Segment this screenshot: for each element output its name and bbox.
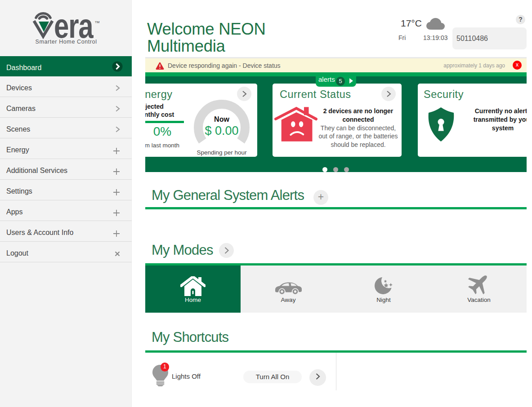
svg-text:Smarter Home Control: Smarter Home Control xyxy=(35,39,97,45)
svg-text:™: ™ xyxy=(94,20,100,26)
